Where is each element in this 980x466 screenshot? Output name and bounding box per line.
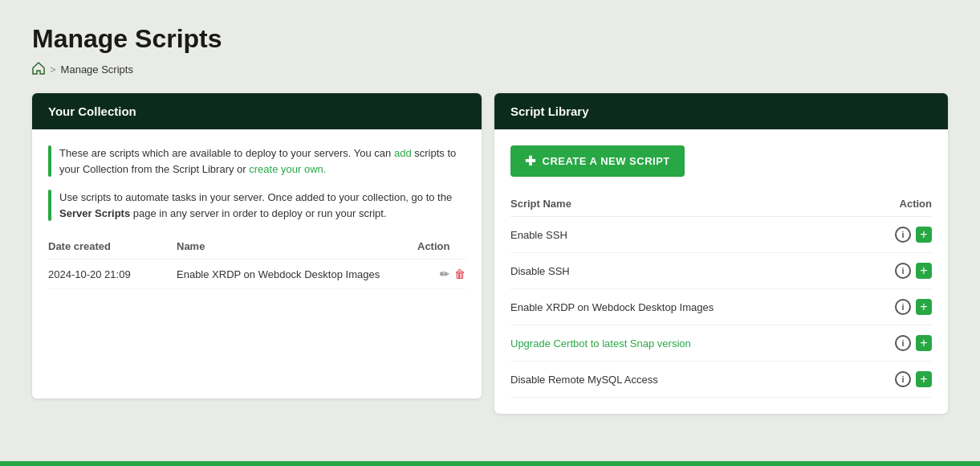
script-name: Disable Remote MySQL Access [510,374,658,386]
script-action-cell: i + [867,362,932,398]
collection-panel: Your Collection These are scripts which … [32,93,482,399]
library-panel: Script Library ✚ CREATE A NEW SCRIPT Scr… [494,93,948,414]
script-info-icon[interactable]: i [895,335,911,351]
script-name-cell: Enable SSH [510,217,867,253]
col-header-date: Date created [48,234,177,260]
script-info-icon[interactable]: i [895,299,911,315]
script-action-cell: i + [867,217,932,253]
script-name-link[interactable]: Upgrade Certbot to latest Snap version [510,337,691,350]
row-actions: ✏ 🗑 [417,260,466,289]
script-name-cell: Upgrade Certbot to latest Snap version [510,325,867,362]
list-item: Enable XRDP on Webdock Desktop Images i … [510,289,932,325]
breadcrumb: > Manage Scripts [32,62,948,77]
list-item: Disable SSH i + [510,253,932,289]
script-table: Script Name Action Enable SSH i + Disabl… [510,191,932,398]
script-action-cell: i + [867,289,932,325]
info-bar-1 [48,145,51,177]
script-info-icon[interactable]: i [895,263,911,279]
script-col-header-action: Action [867,191,932,217]
create-script-plus-icon: ✚ [525,153,536,169]
bottom-bar [0,461,980,466]
script-add-icon[interactable]: + [916,371,932,387]
script-add-icon[interactable]: + [916,263,932,279]
row-date: 2024-10-20 21:09 [48,260,177,289]
collection-info-1: These are scripts which are available to… [48,145,466,177]
collection-table: Date created Name Action 2024-10-20 21:0… [48,234,466,289]
script-name-cell: Disable SSH [510,253,867,289]
script-action-cell: i + [867,253,932,289]
library-scroll-area[interactable]: Script Name Action Enable SSH i + Disabl… [510,191,932,398]
edit-script-icon[interactable]: ✏ [440,268,449,280]
info-bar-2 [48,190,51,221]
script-add-icon[interactable]: + [916,227,932,243]
list-item: Disable Remote MySQL Access i + [510,362,932,398]
row-name: Enable XRDP on Webdock Desktop Images [177,260,417,289]
library-panel-header: Script Library [494,93,948,129]
script-name: Enable XRDP on Webdock Desktop Images [510,301,714,313]
collection-panel-body: These are scripts which are available to… [32,129,482,305]
script-add-icon[interactable]: + [916,335,932,351]
list-item: Upgrade Certbot to latest Snap version i… [510,325,932,362]
create-own-link[interactable]: create your own. [249,163,326,175]
breadcrumb-separator: > [50,63,56,76]
script-info-icon[interactable]: i [895,227,911,243]
script-info-icon[interactable]: i [895,371,911,387]
server-scripts-strong: Server Scripts [59,207,130,219]
home-icon[interactable] [32,62,45,77]
script-name: Disable SSH [510,265,570,277]
add-link[interactable]: add [394,147,412,159]
script-name-cell: Disable Remote MySQL Access [510,362,867,398]
info-text-1: These are scripts which are available to… [59,145,466,177]
delete-script-icon[interactable]: 🗑 [454,268,466,280]
library-panel-body: ✚ CREATE A NEW SCRIPT Script Name Action [494,129,948,414]
breadcrumb-current: Manage Scripts [61,63,133,76]
script-action-cell: i + [867,325,932,362]
create-script-label: CREATE A NEW SCRIPT [543,155,670,167]
page-title: Manage Scripts [32,24,948,54]
script-add-icon[interactable]: + [916,299,932,315]
table-row: 2024-10-20 21:09 Enable XRDP on Webdock … [48,260,466,289]
info-text-2: Use scripts to automate tasks in your se… [59,190,466,221]
panels-container: Your Collection These are scripts which … [32,93,948,414]
collection-panel-header: Your Collection [32,93,482,129]
col-header-name: Name [177,234,417,260]
create-script-button[interactable]: ✚ CREATE A NEW SCRIPT [510,145,685,177]
script-name: Enable SSH [510,229,567,241]
script-col-header-name: Script Name [510,191,867,217]
list-item: Enable SSH i + [510,217,932,253]
script-name-cell: Enable XRDP on Webdock Desktop Images [510,289,867,325]
col-header-action: Action [417,234,466,260]
collection-info-2: Use scripts to automate tasks in your se… [48,190,466,221]
